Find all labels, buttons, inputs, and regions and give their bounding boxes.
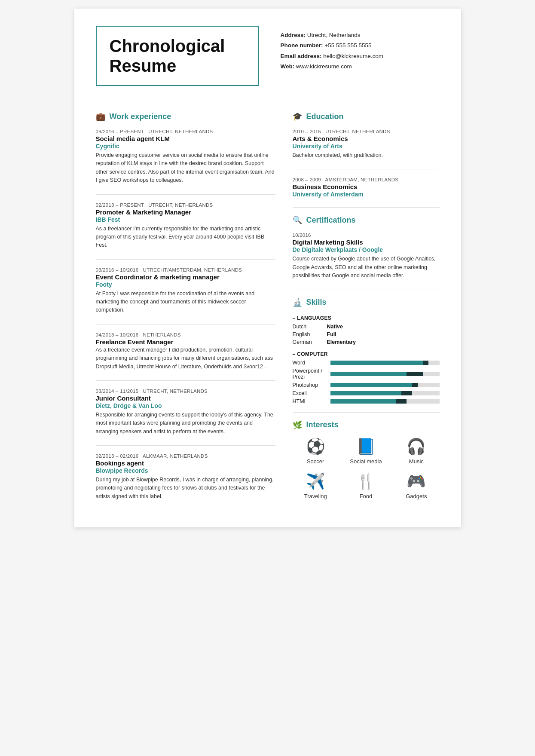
work-entry: 03/2014 – 11/2015 UTRECHT, NETHERLANDS J…	[96, 389, 275, 436]
interest-icon: 📘	[356, 438, 376, 456]
address-label: Address:	[281, 32, 306, 38]
work-entry: 09/2016 – PRESENT UTRECHT, NETHERLANDS S…	[96, 129, 275, 185]
edu-meta: 2010 – 2015 UTRECHT, NETHERLANDS	[293, 129, 440, 134]
interests-label: Interests	[306, 420, 339, 429]
entry-title: Junior Consultant	[96, 395, 275, 402]
entry-company: Footy	[96, 281, 275, 288]
interest-icon: ✈️	[306, 472, 325, 490]
computer-group-title: – COMPUTER	[293, 351, 440, 357]
education-label: Education	[306, 112, 344, 121]
skill-bar	[330, 383, 440, 387]
phone-label: Phone number:	[281, 42, 323, 49]
interests-grid: ⚽ Soccer 📘 Social media 🎧 Music ✈️ Trave…	[293, 438, 440, 499]
edu-institution: University of Amsterdam	[293, 191, 440, 198]
right-column: 🎓 Education 2010 – 2015 UTRECHT, NETHERL…	[293, 112, 440, 510]
interest-icon: 🍴	[356, 472, 376, 490]
cert-icon: 🔍	[293, 215, 302, 225]
cert-date: 10/2016	[293, 233, 440, 238]
web-line: Web: www.kickresume.com	[281, 61, 384, 72]
computer-skills-group: – COMPUTER Word Powerpoint / Prezi Photo…	[293, 351, 440, 404]
entry-desc: At Footy I was responsible for the coord…	[96, 290, 275, 315]
language-row: Dutch Native	[293, 324, 440, 330]
resume-document: Chronological Resume Address: Utrecht, N…	[74, 9, 461, 527]
education-entry: 2008 – 2009 AMSTERDAM, NETHERLANDS Busin…	[293, 177, 440, 198]
skill-bar	[330, 372, 440, 376]
work-entry: 02/2013 – PRESENT UTRECHT, NETHERLANDS P…	[96, 202, 275, 250]
interest-item: 📘 Social media	[343, 438, 389, 465]
resume-title: Chronological Resume	[110, 36, 245, 76]
work-entries-container: 09/2016 – PRESENT UTRECHT, NETHERLANDS S…	[96, 129, 275, 501]
entry-meta: 03/2016 – 10/2016 UTRECHT/AMSTERDAM, NET…	[96, 267, 275, 272]
skill-bar	[330, 361, 440, 365]
language-row: German Elementary	[293, 339, 440, 345]
education-entries-container: 2010 – 2015 UTRECHT, NETHERLANDS Arts & …	[293, 129, 440, 198]
interest-icon: 🎮	[407, 472, 426, 490]
lang-level: Elementary	[327, 339, 356, 345]
entry-meta: 03/2014 – 11/2015 UTRECHT, NETHERLANDS	[96, 389, 275, 394]
interest-item: ⚽ Soccer	[293, 438, 339, 465]
work-experience-label: Work experience	[110, 112, 171, 121]
phone-line: Phone number: +55 555 555 5555	[281, 40, 384, 51]
work-entry: 02/2013 – 02/2016 ALKMAAR, NETHERLANDS B…	[96, 453, 275, 501]
edu-meta: 2008 – 2009 AMSTERDAM, NETHERLANDS	[293, 177, 440, 182]
education-section-title: 🎓 Education	[293, 112, 440, 121]
lang-name: English	[293, 331, 327, 337]
address-line: Address: Utrecht, Netherlands	[281, 30, 384, 40]
entry-meta: 09/2016 – PRESENT UTRECHT, NETHERLANDS	[96, 129, 275, 134]
cert-title: Digital Marketing Skills	[293, 239, 440, 246]
entry-title: Freelance Event Manager	[96, 338, 275, 346]
entry-company: IBB Fest	[96, 216, 275, 223]
work-entry: 03/2016 – 10/2016 UTRECHT/AMSTERDAM, NET…	[96, 267, 275, 315]
entry-title: Event Coordinator & marketing manager	[96, 273, 275, 281]
entry-title: Social media agent KLM	[96, 135, 275, 142]
phone-value: +55 555 555 5555	[324, 42, 371, 49]
entry-desc: During my job at Blowpipe Records, I was…	[96, 476, 275, 501]
education-entry: 2010 – 2015 UTRECHT, NETHERLANDS Arts & …	[293, 129, 440, 159]
email-line: Email address: hello@kickresume.com	[281, 51, 384, 61]
entry-meta: 04/2013 – 10/2016 NETHERLANDS	[96, 332, 275, 337]
left-column: 💼 Work experience 09/2016 – PRESENT UTRE…	[96, 112, 275, 510]
contact-info: Address: Utrecht, Netherlands Phone numb…	[281, 26, 384, 72]
lang-name: Dutch	[293, 324, 327, 330]
cert-entries-container: 10/2016 Digital Marketing Skills De Digi…	[293, 233, 440, 280]
interest-label: Food	[360, 493, 373, 499]
edu-institution: University of Arts	[293, 143, 440, 150]
entry-meta: 02/2013 – PRESENT UTRECHT, NETHERLANDS	[96, 202, 275, 208]
entry-desc: As a freelance event manager I did produ…	[96, 346, 275, 371]
cert-entry: 10/2016 Digital Marketing Skills De Digi…	[293, 233, 440, 280]
interest-label: Social media	[350, 458, 382, 465]
resume-header: Chronological Resume Address: Utrecht, N…	[74, 9, 461, 99]
skills-section-title: 🔬 Skills	[293, 298, 440, 307]
computer-skill-row: Photoshop	[293, 382, 440, 388]
cert-desc: Course created by Google about the use o…	[293, 255, 440, 280]
entry-title: Promoter & Marketing Manager	[96, 208, 275, 216]
graduation-icon: 🎓	[293, 112, 302, 121]
address-value: Utrecht, Netherlands	[307, 32, 361, 38]
interest-label: Gadgets	[406, 493, 427, 499]
languages-group: – LANGUAGES Dutch Native English Full Ge…	[293, 315, 440, 345]
lang-name: German	[293, 339, 327, 345]
entry-desc: Responsible for arranging events to supp…	[96, 411, 275, 436]
entry-company: Dietz, Dröge & Van Loo	[96, 402, 275, 409]
edu-note: Bachelor completed, with gratification.	[293, 151, 440, 159]
computer-skill-row: Powerpoint / Prezi	[293, 368, 440, 380]
interest-label: Traveling	[304, 493, 327, 499]
work-experience-section-title: 💼 Work experience	[96, 112, 275, 121]
entry-title: Bookings agent	[96, 459, 275, 467]
interest-label: Soccer	[307, 458, 324, 465]
title-box: Chronological Resume	[96, 26, 259, 86]
skills-container: – LANGUAGES Dutch Native English Full Ge…	[293, 315, 440, 404]
skill-name: Word	[293, 360, 327, 366]
briefcase-icon: 💼	[96, 112, 105, 121]
skill-name: HTML	[293, 398, 327, 404]
interests-section-title: 🌿 Interests	[293, 420, 440, 430]
work-entry: 04/2013 – 10/2016 NETHERLANDS Freelance …	[96, 332, 275, 371]
interest-item: ✈️ Traveling	[293, 472, 339, 499]
interest-item: 🎮 Gadgets	[393, 472, 439, 499]
entry-meta: 02/2013 – 02/2016 ALKMAAR, NETHERLANDS	[96, 453, 275, 459]
web-label: Web:	[281, 63, 295, 70]
skills-icon: 🔬	[293, 298, 302, 307]
skill-name: Powerpoint / Prezi	[293, 368, 327, 380]
edu-degree: Arts & Economics	[293, 135, 440, 142]
interests-icon: 🌿	[293, 420, 302, 430]
